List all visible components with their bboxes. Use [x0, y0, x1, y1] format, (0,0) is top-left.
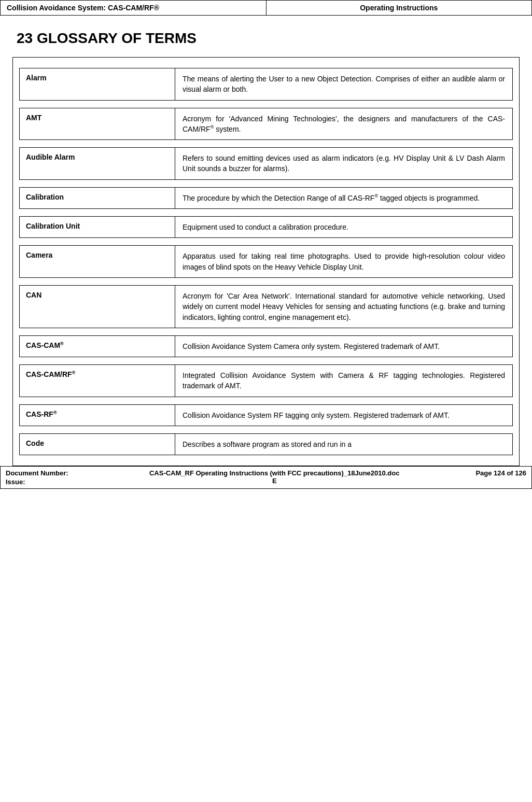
- glossary-definition: Integrated Collision Avoidance System wi…: [175, 365, 512, 397]
- glossary-term: Audible Alarm: [20, 148, 175, 179]
- header-title-left: Collision Avoidance System: CAS-CAM/RF®: [1, 1, 267, 15]
- glossary-row: CalibrationThe procedure by which the De…: [19, 187, 513, 209]
- glossary-row: CANAcronym for 'Car Area Network'. Inter…: [19, 285, 513, 328]
- glossary-term: Calibration: [20, 188, 175, 208]
- page-footer: Document Number:Issue:CAS-CAM_RF Operati…: [0, 466, 532, 489]
- glossary-definition: Acronym for 'Car Area Network'. Internat…: [175, 286, 512, 328]
- footer-labels: Document Number:Issue:: [6, 469, 73, 486]
- issue-value: E: [83, 477, 465, 485]
- glossary-term: CAS-CAM®: [20, 336, 175, 357]
- glossary-definition: Refers to sound emitting devices used as…: [175, 148, 512, 179]
- glossary-term: Alarm: [20, 68, 175, 100]
- glossary-definition: Collision Avoidance System RF tagging on…: [175, 405, 512, 426]
- glossary-term: CAN: [20, 286, 175, 328]
- glossary-row: Audible AlarmRefers to sound emitting de…: [19, 147, 513, 180]
- glossary-term: CAS-CAM/RF®: [20, 365, 175, 397]
- glossary-row: CAS-RF®Collision Avoidance System RF tag…: [19, 404, 513, 426]
- glossary-definition: Apparatus used for taking real time phot…: [175, 246, 512, 277]
- glossary-definition: Acronym for 'Advanced Mining Technologie…: [175, 108, 512, 140]
- glossary-container: AlarmThe means of alerting the User to a…: [12, 57, 520, 466]
- glossary-row: Calibration UnitEquipment used to conduc…: [19, 216, 513, 238]
- page-title: 23 GLOSSARY OF TERMS: [0, 16, 532, 57]
- glossary-row: CAS-CAM®Collision Avoidance System Camer…: [19, 335, 513, 357]
- page-number: Page 124 of 126: [475, 469, 526, 477]
- footer-doc-filename: CAS-CAM_RF Operating Instructions (with …: [83, 469, 465, 485]
- glossary-definition: Collision Avoidance System Camera only s…: [175, 336, 512, 357]
- glossary-definition: Describes a software program as stored a…: [175, 434, 512, 455]
- issue-label: Issue:: [6, 478, 73, 486]
- glossary-definition: The procedure by which the Detection Ran…: [175, 188, 512, 208]
- header-title-right: Operating Instructions: [267, 1, 532, 15]
- glossary-term: Calibration Unit: [20, 217, 175, 237]
- glossary-row: CAS-CAM/RF®Integrated Collision Avoidanc…: [19, 364, 513, 397]
- glossary-term: Camera: [20, 246, 175, 277]
- glossary-row: AlarmThe means of alerting the User to a…: [19, 68, 513, 101]
- glossary-definition: Equipment used to conduct a calibration …: [175, 217, 512, 237]
- doc-number-label: Document Number:: [6, 469, 73, 477]
- glossary-row: CodeDescribes a software program as stor…: [19, 433, 513, 455]
- page-header: Collision Avoidance System: CAS-CAM/RF® …: [0, 0, 532, 16]
- glossary-term: Code: [20, 434, 175, 455]
- glossary-row: AMTAcronym for 'Advanced Mining Technolo…: [19, 108, 513, 140]
- glossary-term: CAS-RF®: [20, 405, 175, 426]
- glossary-definition: The means of alerting the User to a new …: [175, 68, 512, 100]
- glossary-row: CameraApparatus used for taking real tim…: [19, 245, 513, 278]
- doc-filename: CAS-CAM_RF Operating Instructions (with …: [83, 469, 465, 477]
- glossary-term: AMT: [20, 108, 175, 140]
